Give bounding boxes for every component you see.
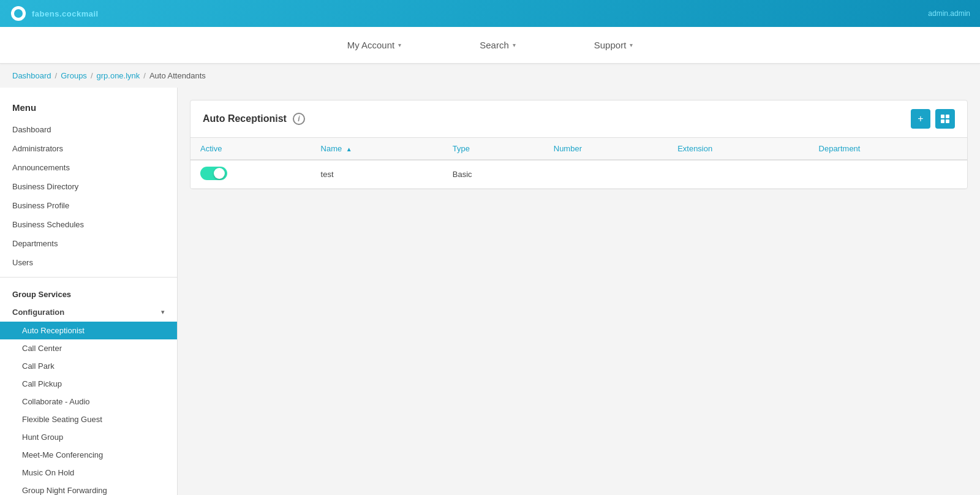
- active-toggle[interactable]: [200, 167, 227, 180]
- col-department[interactable]: Department: [809, 138, 967, 160]
- nav-bar: My Account ▾ Search ▾ Support ▾: [0, 27, 980, 64]
- content-title-row: Auto Receptionist i: [203, 113, 305, 125]
- breadcrumb-sep-2: /: [91, 71, 93, 80]
- sidebar-item-departments[interactable]: Departments: [0, 234, 177, 253]
- content-title: Auto Receptionist: [203, 113, 287, 124]
- table-header-row: Active Name ▲ Type Number: [190, 138, 967, 160]
- content-area: Auto Receptionist i +: [178, 88, 980, 495]
- main-layout: Menu Dashboard Administrators Announceme…: [0, 88, 980, 495]
- col-type[interactable]: Type: [443, 138, 544, 160]
- row-type: Basic: [453, 170, 472, 179]
- breadcrumb-group-name[interactable]: grp.one.lynk: [97, 71, 140, 80]
- sidebar-item-dashboard[interactable]: Dashboard: [0, 120, 177, 139]
- info-icon[interactable]: i: [293, 113, 305, 125]
- topbar-user-link[interactable]: admin.admin: [928, 9, 970, 18]
- header-actions: +: [911, 109, 955, 129]
- sidebar-divider: [0, 277, 177, 278]
- breadcrumb-dashboard[interactable]: Dashboard: [12, 71, 51, 80]
- col-active-label: Active: [200, 144, 222, 153]
- search-label: Search: [480, 40, 509, 50]
- sidebar: Menu Dashboard Administrators Announceme…: [0, 88, 178, 495]
- search-chevron-icon: ▾: [513, 42, 516, 48]
- col-number[interactable]: Number: [544, 138, 668, 160]
- breadcrumb-sep-1: /: [55, 71, 58, 80]
- table-header: Active Name ▲ Type Number: [190, 138, 967, 160]
- cell-extension: [668, 160, 809, 189]
- sidebar-sub-item-flexible-seating-guest[interactable]: Flexible Seating Guest: [0, 410, 177, 428]
- row-name: test: [321, 170, 334, 179]
- col-name-label: Name: [321, 144, 342, 153]
- sidebar-item-administrators[interactable]: Administrators: [0, 139, 177, 158]
- grid-view-button[interactable]: [935, 109, 955, 129]
- cell-department: [809, 160, 967, 189]
- sidebar-item-business-profile[interactable]: Business Profile: [0, 196, 177, 215]
- brand-text: fabens.cockmail: [32, 9, 99, 18]
- breadcrumb-current: Auto Attendants: [149, 71, 206, 80]
- support-nav[interactable]: Support ▾: [592, 35, 636, 55]
- cell-active: [190, 160, 311, 189]
- search-nav[interactable]: Search ▾: [477, 35, 518, 55]
- breadcrumb-sep-3: /: [143, 71, 146, 80]
- table-container: Active Name ▲ Type Number: [190, 138, 967, 189]
- sidebar-item-business-schedules[interactable]: Business Schedules: [0, 215, 177, 234]
- my-account-chevron-icon: ▾: [398, 42, 401, 48]
- grid-icon: [940, 114, 950, 124]
- top-bar: fabens.cockmail admin.admin: [0, 0, 980, 27]
- sidebar-item-users[interactable]: Users: [0, 253, 177, 272]
- sidebar-item-announcements[interactable]: Announcements: [0, 158, 177, 177]
- add-button[interactable]: +: [911, 109, 930, 129]
- col-name[interactable]: Name ▲: [311, 138, 443, 160]
- content-header: Auto Receptionist i +: [190, 100, 967, 138]
- sidebar-sub-item-auto-receptionist[interactable]: Auto Receptionist: [0, 322, 177, 339]
- sidebar-menu-title: Menu: [0, 97, 177, 120]
- breadcrumb: Dashboard / Groups / grp.one.lynk / Auto…: [0, 64, 980, 88]
- sidebar-sub-item-meet-me-conferencing[interactable]: Meet-Me Conferencing: [0, 446, 177, 464]
- cell-number: [544, 160, 668, 189]
- col-type-label: Type: [453, 144, 470, 153]
- sidebar-sub-item-call-center[interactable]: Call Center: [0, 339, 177, 357]
- support-chevron-icon: ▾: [630, 42, 633, 48]
- svg-rect-3: [946, 119, 949, 123]
- logo-icon: [10, 5, 27, 22]
- sidebar-sub-items: Auto Receptionist Call Center Call Park …: [0, 322, 177, 495]
- sidebar-group-services-title: Group Services: [0, 282, 177, 303]
- table-body: test Basic: [190, 160, 967, 189]
- col-number-label: Number: [554, 144, 582, 153]
- sidebar-sub-item-hunt-group[interactable]: Hunt Group: [0, 428, 177, 446]
- svg-rect-1: [946, 115, 949, 118]
- sidebar-sub-item-group-night-forwarding[interactable]: Group Night Forwarding: [0, 482, 177, 495]
- toggle-knob: [214, 168, 225, 179]
- sidebar-item-business-directory[interactable]: Business Directory: [0, 177, 177, 196]
- sidebar-sub-item-call-park[interactable]: Call Park: [0, 357, 177, 375]
- cell-name: test: [311, 160, 443, 189]
- col-active[interactable]: Active: [190, 138, 311, 160]
- sidebar-sub-item-collaborate-audio[interactable]: Collaborate - Audio: [0, 393, 177, 410]
- sidebar-sub-item-music-on-hold[interactable]: Music On Hold: [0, 464, 177, 482]
- svg-rect-0: [941, 115, 944, 118]
- sidebar-configuration-chevron-icon: ▾: [161, 308, 165, 316]
- my-account-nav[interactable]: My Account ▾: [345, 35, 404, 55]
- breadcrumb-groups[interactable]: Groups: [61, 71, 87, 80]
- auto-receptionist-table: Active Name ▲ Type Number: [190, 138, 967, 189]
- content-card: Auto Receptionist i +: [190, 100, 968, 189]
- table-row: test Basic: [190, 160, 967, 189]
- sidebar-sub-item-call-pickup[interactable]: Call Pickup: [0, 375, 177, 393]
- sidebar-configuration-row[interactable]: Configuration ▾: [0, 303, 177, 322]
- logo: fabens.cockmail: [10, 5, 99, 22]
- col-name-sort-icon: ▲: [346, 146, 352, 153]
- sidebar-configuration-label: Configuration: [12, 308, 64, 317]
- svg-rect-2: [941, 119, 944, 123]
- support-label: Support: [594, 40, 627, 50]
- my-account-label: My Account: [347, 40, 395, 50]
- cell-type: Basic: [443, 160, 544, 189]
- col-department-label: Department: [819, 144, 861, 153]
- col-extension[interactable]: Extension: [668, 138, 809, 160]
- col-extension-label: Extension: [677, 144, 712, 153]
